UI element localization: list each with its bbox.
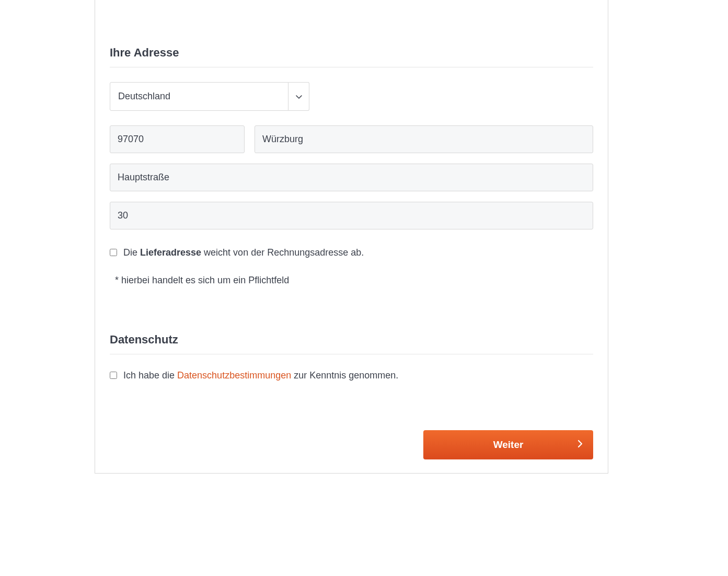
address-section-title: Ihre Adresse <box>110 0 593 67</box>
house-number-input[interactable] <box>110 202 593 229</box>
privacy-section-title: Datenschutz <box>110 286 593 354</box>
privacy-label: Ich habe die Datenschutzbestimmungen zur… <box>123 369 398 382</box>
shipping-differs-checkbox[interactable] <box>110 249 117 256</box>
country-select-value[interactable]: Deutschland <box>110 82 288 111</box>
shipping-differs-row[interactable]: Die Lieferadresse weicht von der Rechnun… <box>110 246 593 259</box>
shipping-differs-label: Die Lieferadresse weicht von der Rechnun… <box>123 246 364 259</box>
country-select[interactable]: Deutschland <box>110 82 593 111</box>
continue-button[interactable]: Weiter <box>423 430 593 459</box>
form-panel: Ihre Adresse Deutschland Die Lieferadres… <box>95 0 608 474</box>
privacy-checkbox[interactable] <box>110 372 117 379</box>
privacy-link[interactable]: Datenschutzbestimmungen <box>177 370 291 381</box>
city-input[interactable] <box>255 125 593 153</box>
divider <box>110 354 593 354</box>
required-note: * hierbei handelt es sich um ein Pflicht… <box>110 275 593 286</box>
street-input[interactable] <box>110 164 593 191</box>
chevron-down-icon[interactable] <box>288 82 309 111</box>
divider <box>110 67 593 67</box>
zip-input[interactable] <box>110 125 245 153</box>
privacy-row[interactable]: Ich habe die Datenschutzbestimmungen zur… <box>110 369 593 382</box>
continue-button-label: Weiter <box>493 439 524 451</box>
chevron-right-icon <box>577 439 583 451</box>
